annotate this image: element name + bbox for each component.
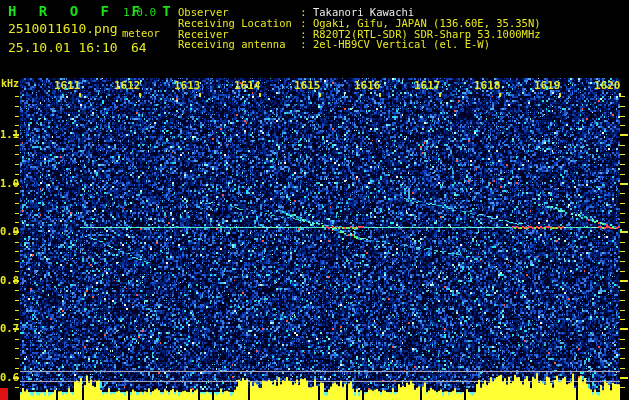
y-minor-tick xyxy=(15,174,19,175)
y-major-tick xyxy=(13,280,19,282)
y-minor-tick xyxy=(15,213,19,214)
y-minor-tick xyxy=(620,174,625,175)
datetime-label: 25.10.01 16:10 xyxy=(8,40,118,55)
echo-count: 64 xyxy=(131,40,147,55)
y-major-tick xyxy=(620,231,628,233)
x-minute-tick xyxy=(619,93,621,97)
station-info-block: Observer : Takanori KawachiReceiving Loc… xyxy=(178,7,541,50)
y-minor-tick xyxy=(620,310,625,311)
y-minor-tick xyxy=(620,271,625,272)
y-minor-tick xyxy=(15,358,19,359)
x-minute-tick xyxy=(379,93,381,97)
y-minor-tick xyxy=(15,106,19,107)
x-minute-tick xyxy=(559,93,561,97)
y-minor-tick xyxy=(15,339,19,340)
y-minor-tick xyxy=(620,339,625,340)
y-minor-tick xyxy=(15,251,19,252)
y-axis-unit-label: kHz xyxy=(1,78,19,89)
y-major-tick xyxy=(620,328,628,330)
y-major-tick xyxy=(13,328,19,330)
output-filename: 2510011610.png xyxy=(8,21,118,36)
y-tick-label: 1.0 xyxy=(0,177,13,189)
y-major-tick xyxy=(620,134,628,136)
x-minute-tick xyxy=(499,93,501,97)
y-minor-tick xyxy=(15,368,19,369)
x-tick-label: 1617 xyxy=(414,79,441,92)
y-tick-label: 0.9 xyxy=(0,225,13,237)
y-minor-tick xyxy=(620,154,625,155)
x-minute-tick xyxy=(439,93,441,97)
y-minor-tick xyxy=(620,116,625,117)
info-field-value: 2el-HB9CV Vertical (el. E-W) xyxy=(313,38,490,50)
x-tick-label: 1619 xyxy=(534,79,561,92)
x-tick-label: 1611 xyxy=(54,79,81,92)
x-tick-label: 1616 xyxy=(354,79,381,92)
y-major-tick xyxy=(13,377,19,379)
y-minor-tick xyxy=(15,271,19,272)
info-field-label: Receiving antenna xyxy=(178,39,294,50)
x-minute-tick xyxy=(79,93,81,97)
info-field-separator: : xyxy=(294,38,313,50)
x-minute-tick xyxy=(319,93,321,97)
y-tick-label: 0.6 xyxy=(0,371,13,383)
y-minor-tick xyxy=(620,290,625,291)
y-major-tick xyxy=(620,183,628,185)
y-minor-tick xyxy=(15,319,19,320)
y-minor-tick xyxy=(15,116,19,117)
y-tick-label: 0.8 xyxy=(0,274,13,286)
y-minor-tick xyxy=(15,242,19,243)
info-field-label: Receiving Location xyxy=(178,18,294,29)
y-major-tick xyxy=(13,231,19,233)
y-minor-tick xyxy=(15,154,19,155)
y-minor-tick xyxy=(15,387,19,388)
y-minor-tick xyxy=(620,261,625,262)
app-version: 1.0.0 xyxy=(123,6,156,19)
spectrogram-canvas xyxy=(0,0,629,400)
y-minor-tick xyxy=(15,145,19,146)
y-major-tick xyxy=(620,377,628,379)
x-minute-tick xyxy=(199,93,201,97)
y-minor-tick xyxy=(620,193,625,194)
y-minor-tick xyxy=(620,251,625,252)
x-tick-label: 1613 xyxy=(174,79,201,92)
x-tick-label: 1615 xyxy=(294,79,321,92)
y-minor-tick xyxy=(620,300,625,301)
y-minor-tick xyxy=(15,348,19,349)
x-minute-tick xyxy=(139,93,141,97)
y-minor-tick xyxy=(620,145,625,146)
y-tick-label: 1.1 xyxy=(0,128,13,140)
y-minor-tick xyxy=(15,164,19,165)
x-tick-label: 1614 xyxy=(234,79,261,92)
y-minor-tick xyxy=(15,125,19,126)
y-major-tick xyxy=(620,280,628,282)
y-minor-tick xyxy=(15,193,19,194)
y-minor-tick xyxy=(620,125,625,126)
y-minor-tick xyxy=(620,203,625,204)
y-minor-tick xyxy=(620,348,625,349)
x-minute-tick xyxy=(259,93,261,97)
mode-label: meteor xyxy=(122,27,160,39)
y-minor-tick xyxy=(620,222,625,223)
y-minor-tick xyxy=(620,368,625,369)
y-minor-tick xyxy=(15,203,19,204)
y-minor-tick xyxy=(620,358,625,359)
y-minor-tick xyxy=(15,310,19,311)
x-tick-label: 1612 xyxy=(114,79,141,92)
y-minor-tick xyxy=(620,164,625,165)
y-minor-tick xyxy=(620,242,625,243)
y-minor-tick xyxy=(15,290,19,291)
station-info-row: Receiving antenna : 2el-HB9CV Vertical (… xyxy=(178,39,541,50)
y-minor-tick xyxy=(620,319,625,320)
y-major-tick xyxy=(13,183,19,185)
y-tick-label: 0.7 xyxy=(0,322,13,334)
x-tick-label: 1620 xyxy=(594,79,621,92)
y-minor-tick xyxy=(620,387,625,388)
x-tick-label: 1618 xyxy=(474,79,501,92)
y-minor-tick xyxy=(15,261,19,262)
y-minor-tick xyxy=(15,300,19,301)
y-minor-tick xyxy=(15,222,19,223)
y-minor-tick xyxy=(620,213,625,214)
hrofft-window: H R O F F T 1.0.0 2510011610.png meteor … xyxy=(0,0,629,400)
y-minor-tick xyxy=(15,96,19,97)
y-major-tick xyxy=(13,134,19,136)
